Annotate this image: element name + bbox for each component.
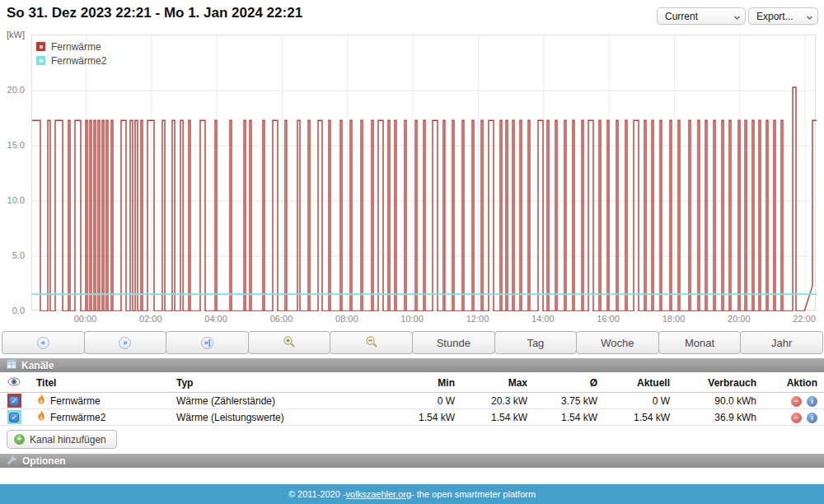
chart-navbar: « » »| <box>2 331 822 354</box>
export-select[interactable]: Export... <box>748 7 818 25</box>
x-tick-label: 00:00 <box>64 314 105 324</box>
legend-label: Fernwärme2 <box>51 55 106 67</box>
range-week-button[interactable]: Woche <box>576 331 659 354</box>
x-tick-label: 22:00 <box>784 314 824 324</box>
channel-color-frame: ✓ <box>7 394 21 408</box>
chevron-down-icon <box>733 12 741 24</box>
channel-min: 0 W <box>399 395 456 407</box>
y-tick-label: 0.0 <box>0 306 25 315</box>
x-tick-label: 08:00 <box>326 314 368 324</box>
skip-to-end-icon: »| <box>201 337 213 349</box>
legend-item: Fernwärme2 <box>36 54 106 68</box>
options-section-title: Optionen <box>22 455 66 467</box>
channels-section-title: Kanäle <box>21 360 54 371</box>
flame-icon <box>36 394 46 408</box>
x-tick-label: 16:00 <box>588 314 629 324</box>
remove-channel-icon[interactable]: − <box>791 396 802 407</box>
nav-back-button[interactable]: « <box>2 331 85 354</box>
channel-row-fernwaerme: ✓ Fernwärme Wärme (Zählerstände) 0 W 20.… <box>0 393 824 409</box>
chart-legend: Fernwärme Fernwärme2 <box>36 40 106 68</box>
x-tick-label: 18:00 <box>653 314 694 324</box>
channel-title-cell: Fernwärme2 <box>28 410 168 424</box>
channel-consumption: 90.0 kWh <box>672 395 758 407</box>
channel-current: 1.54 kW <box>599 412 672 423</box>
series-fernwaerme <box>32 87 817 311</box>
options-section-header[interactable]: Optionen <box>0 454 824 468</box>
x-tick-label: 10:00 <box>391 314 433 324</box>
range-year-button[interactable]: Jahr <box>740 331 823 354</box>
footer-tagline: - the open smartmeter platform <box>411 489 536 499</box>
channel-current: 0 W <box>599 395 672 407</box>
channel-min: 1.54 kW <box>399 412 456 423</box>
range-hour-button[interactable]: Stunde <box>412 331 495 354</box>
channel-type: Wärme (Zählerstände) <box>168 395 399 407</box>
column-header-typ: Typ <box>168 377 399 389</box>
channel-title: Fernwärme <box>50 395 101 407</box>
column-header-aktuell: Aktuell <box>599 377 672 389</box>
add-channel-label: Kanal hinzufügen <box>30 434 106 446</box>
channel-actions: − i <box>758 394 824 406</box>
column-header-verbrauch: Verbrauch <box>672 377 758 389</box>
range-month-button[interactable]: Monat <box>658 331 742 354</box>
series-swatch-fernwaerme2 <box>36 56 45 65</box>
x-tick-label: 06:00 <box>260 314 302 324</box>
channel-info-icon[interactable]: i <box>807 396 817 407</box>
channel-max: 20.3 kW <box>456 395 529 407</box>
x-tick-label: 04:00 <box>195 314 236 324</box>
legend-label: Fernwärme <box>51 41 101 53</box>
column-header-avg: Ø <box>529 377 599 389</box>
eye-icon <box>7 377 21 389</box>
plus-icon: + <box>14 434 25 445</box>
channel-visible-checkbox[interactable]: ✓ <box>9 396 19 406</box>
x-axis-labels: 00:0002:0004:0006:0008:0010:0012:0014:00… <box>31 314 816 327</box>
y-tick-label: 15.0 <box>0 140 25 150</box>
channel-type: Wärme (Leistungswerte) <box>168 412 399 423</box>
channel-info-icon[interactable]: i <box>807 413 817 423</box>
channels-table: Titel Typ Min Max Ø Aktuell Verbrauch Ak… <box>0 373 824 426</box>
zoom-in-button[interactable] <box>248 331 331 354</box>
y-axis-labels: 20.015.010.05.00.0 <box>0 35 27 315</box>
channel-row-fernwaerme2: ✓ Fernwärme2 Wärme (Leistungswerte) 1.54… <box>0 409 824 426</box>
remove-channel-icon[interactable]: − <box>791 413 802 423</box>
column-header-titel: Titel <box>28 377 168 389</box>
range-day-button[interactable]: Tag <box>494 331 578 354</box>
column-header-max: Max <box>456 377 529 389</box>
x-tick-label: 12:00 <box>456 314 498 324</box>
chart-plot-area[interactable] <box>31 35 816 310</box>
column-header-min: Min <box>399 377 456 389</box>
channel-title: Fernwärme2 <box>50 412 105 423</box>
channel-visible-checkbox[interactable]: ✓ <box>9 413 19 422</box>
rewind-icon: « <box>37 337 49 349</box>
footer-copyright: © 2011-2020 - <box>288 489 346 499</box>
nav-jump-to-now-button[interactable]: »| <box>166 331 249 354</box>
y-tick-label: 10.0 <box>0 195 25 205</box>
app-window: So 31. Dez 2023 22:21 - Mo 1. Jan 2024 2… <box>0 0 824 504</box>
wrench-icon <box>7 455 17 468</box>
add-channel-button[interactable]: + Kanal hinzufügen <box>7 430 117 449</box>
y-tick-label: 20.0 <box>0 85 25 95</box>
column-header-aktion: Aktion <box>758 377 824 389</box>
zoom-in-icon <box>283 335 296 351</box>
channel-max: 1.54 kW <box>456 412 529 423</box>
channel-avg: 1.54 kW <box>529 412 599 423</box>
export-value: Export... <box>756 11 794 22</box>
y-tick-label: 5.0 <box>0 250 25 260</box>
x-tick-label: 20:00 <box>719 314 760 324</box>
x-tick-label: 02:00 <box>130 314 171 324</box>
view-mode-value: Current <box>665 11 698 22</box>
zoom-out-button[interactable] <box>330 331 413 354</box>
channel-avg: 3.75 kW <box>529 395 599 407</box>
fast-forward-icon: » <box>119 337 131 349</box>
series-swatch-fernwaerme <box>36 42 45 51</box>
nav-forward-button[interactable]: » <box>84 331 167 354</box>
chevron-down-icon <box>806 12 813 24</box>
page-title: So 31. Dez 2023 22:21 - Mo 1. Jan 2024 2… <box>7 5 302 21</box>
zoom-out-icon <box>365 335 378 351</box>
flame-icon <box>36 410 46 424</box>
view-mode-select[interactable]: Current <box>657 7 746 25</box>
footer-link[interactable]: volkszaehler.org <box>346 489 412 499</box>
channels-section-header[interactable]: Kanäle <box>0 358 824 372</box>
visibility-column-header <box>0 377 28 389</box>
visibility-cell: ✓ <box>0 394 28 408</box>
channel-title-cell: Fernwärme <box>28 394 168 408</box>
